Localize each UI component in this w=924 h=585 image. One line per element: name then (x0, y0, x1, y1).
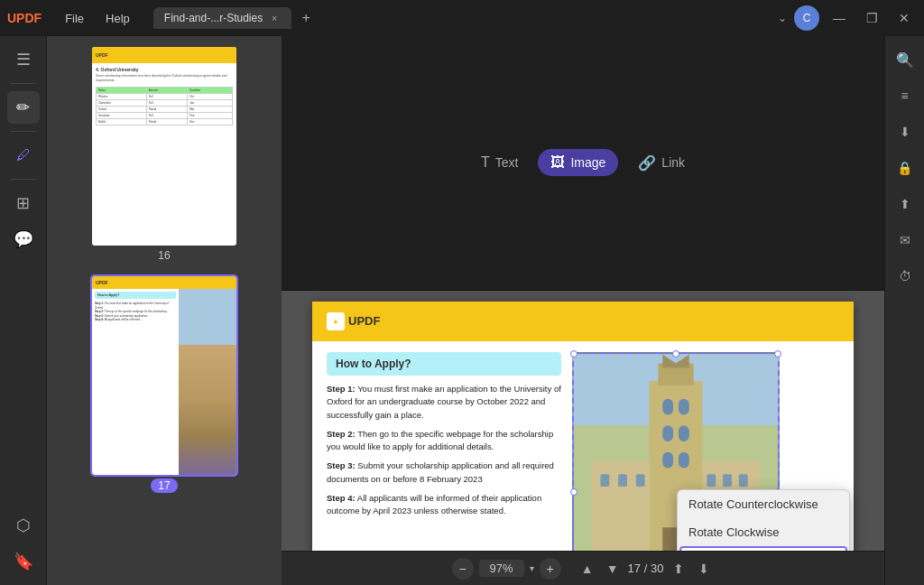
context-rotate-ccw[interactable]: Rotate Counterclockwise (678, 490, 849, 518)
app-logo: UPDF (7, 11, 42, 25)
sidebar-divider-3 (11, 179, 36, 180)
pdf-viewport: ▲ UPDF How to Apply? Step 1: You must fi… (282, 291, 884, 552)
step3-label: Step 3: (327, 460, 356, 470)
tab-active[interactable]: Find-and-...r-Studies × (153, 7, 291, 29)
toolbar-link-button[interactable]: 🔗 Link (625, 149, 698, 177)
step3-text: Submit your scholarship application and … (327, 460, 554, 484)
thumb17-header: UPDF (92, 276, 236, 289)
svg-rect-6 (679, 398, 689, 414)
image-icon: 🖼 (550, 154, 565, 171)
svg-rect-5 (662, 398, 673, 414)
total-pages: 30 (651, 562, 663, 575)
pdf-logo: ▲ UPDF (327, 312, 380, 330)
thumb17-image (179, 289, 236, 475)
tab-bar: Find-and-...r-Studies × + (153, 7, 771, 29)
sidebar-icon-thumbnails[interactable]: ☰ (7, 43, 40, 76)
step4-text: All applicants will be informed of their… (327, 493, 541, 516)
menu-file[interactable]: File (56, 8, 93, 29)
sidebar-right: 🔍 ≡ ⬇ 🔒 ⬆ ✉ ⏱ (884, 36, 924, 585)
right-history-icon[interactable]: ⏱ (889, 260, 921, 292)
step3-para: Step 3: Submit your scholarship applicat… (327, 460, 561, 486)
handle-middle-left (570, 488, 578, 496)
step4-label: Step 4: (327, 493, 356, 503)
right-ocr-icon[interactable]: ≡ (889, 79, 921, 112)
bottom-bar: − 97% ▾ + ▲ ▼ 17 / 30 ⬆ ⬇ (282, 551, 884, 585)
right-convert-icon[interactable]: ⬇ (889, 116, 921, 148)
maximize-button[interactable]: ❐ (859, 5, 884, 31)
page-up-button[interactable]: ▲ (578, 559, 597, 579)
thumbnail-panel: UPDF 4. Oxford University Some scholarsh… (47, 36, 282, 585)
right-protect-icon[interactable]: 🔒 (889, 152, 921, 184)
thumbnail-page-17: UPDF How to Apply? Step 1: You must firs… (92, 276, 236, 493)
svg-rect-9 (662, 451, 673, 468)
page-last-button[interactable]: ⬇ (694, 559, 714, 579)
thumb17-text: How to Apply? Step 1: You must first mak… (92, 289, 179, 475)
step1-para: Step 1: You must first make an applicati… (327, 383, 561, 422)
svg-rect-18 (723, 474, 732, 487)
step1-text: You must first make an application to th… (327, 384, 561, 420)
pdf-logo-icon: ▲ (327, 312, 345, 330)
sidebar-icon-edit[interactable]: ✏ (7, 91, 40, 124)
svg-rect-16 (636, 474, 645, 487)
thumb16-table: NameAmountDeadline RhodesFullOct Clarend… (96, 87, 233, 125)
sidebar-icon-layers[interactable]: ⬡ (7, 509, 40, 542)
svg-rect-19 (739, 474, 748, 487)
context-extract-image[interactable]: Extract Image (679, 546, 847, 552)
context-rotate-cw[interactable]: Rotate Clockwise (678, 518, 849, 546)
right-share-icon[interactable]: ⬆ (889, 188, 921, 220)
page-info: 17 / 30 (628, 562, 664, 575)
context-menu: Rotate Counterclockwise Rotate Clockwise… (677, 489, 850, 552)
step2-label: Step 2: (327, 429, 356, 439)
zoom-dropdown-icon[interactable]: ▾ (530, 563, 534, 573)
page-separator: / (644, 562, 651, 575)
minimize-button[interactable]: — (827, 5, 852, 31)
close-button[interactable]: ✕ (892, 5, 917, 31)
thumb16-header: UPDF (92, 47, 236, 63)
right-search-icon[interactable]: 🔍 (889, 43, 921, 76)
pdf-logo-text: UPDF (348, 314, 380, 328)
step2-para: Step 2: Then go to the specific webpage … (327, 428, 561, 454)
sidebar-divider (11, 83, 36, 84)
avatar[interactable]: C (794, 5, 819, 31)
pdf-header: ▲ UPDF (312, 302, 854, 341)
toolbar-image-button[interactable]: 🖼 Image (538, 149, 618, 176)
menu-help[interactable]: Help (97, 8, 139, 29)
toolbar-text-button[interactable]: T Text (468, 149, 531, 176)
svg-rect-15 (618, 474, 627, 487)
thumb16-body: 4. Oxford University Some scholarship in… (92, 63, 236, 129)
page-navigation: ▲ ▼ 17 / 30 ⬆ ⬇ (578, 559, 715, 579)
tab-close-button[interactable]: × (268, 12, 281, 24)
sidebar-icon-bookmark[interactable]: 🔖 (7, 545, 40, 578)
sidebar-icon-pages[interactable]: ⊞ (7, 187, 40, 219)
current-page: 17 (628, 562, 641, 575)
sidebar-icon-comment[interactable]: 💬 (7, 223, 40, 255)
sidebar-left: ☰ ✏ 🖊 ⊞ 💬 ⬡ 🔖 (0, 36, 47, 585)
page-down-button[interactable]: ▼ (603, 559, 623, 579)
step4-para: Step 4: All applicants will be informed … (327, 492, 561, 518)
zoom-out-button[interactable]: − (452, 558, 474, 580)
svg-rect-10 (679, 451, 689, 468)
thumbnail-page-16: UPDF 4. Oxford University Some scholarsh… (92, 47, 236, 262)
handle-top-left (570, 350, 578, 358)
svg-rect-17 (707, 474, 716, 487)
dropdown-icon[interactable]: ⌄ (778, 12, 787, 24)
step1-label: Step 1: (327, 384, 356, 394)
rotate-ccw-label: Rotate Counterclockwise (688, 497, 818, 511)
thumbnail-16[interactable]: UPDF 4. Oxford University Some scholarsh… (92, 47, 236, 246)
thumb17-content: How to Apply? Step 1: You must first mak… (92, 289, 236, 475)
svg-rect-8 (679, 425, 689, 441)
zoom-in-button[interactable]: + (540, 558, 561, 580)
zoom-level[interactable]: 97% (479, 560, 524, 577)
menu-bar: File Help (56, 8, 139, 29)
right-email-icon[interactable]: ✉ (889, 224, 921, 256)
handle-top-right (774, 350, 781, 358)
sidebar-icon-annotate[interactable]: 🖊 (7, 139, 40, 172)
toolbar-text-label: Text (495, 155, 519, 170)
toolbar-image-label: Image (570, 155, 605, 170)
tab-add-button[interactable]: + (295, 7, 317, 29)
page-first-button[interactable]: ⬆ (669, 559, 688, 579)
section-title: How to Apply? (327, 352, 561, 376)
thumbnail-17[interactable]: UPDF How to Apply? Step 1: You must firs… (92, 276, 236, 475)
main-layout: ☰ ✏ 🖊 ⊞ 💬 ⬡ 🔖 UPDF 4. Oxford University … (0, 36, 924, 585)
toolbar-link-label: Link (661, 155, 685, 170)
